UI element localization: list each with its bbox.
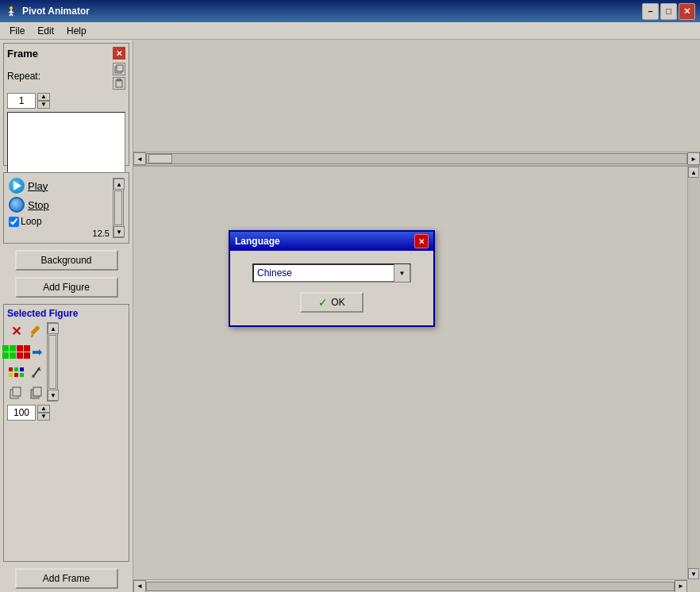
- selected-figure-label: Selected Figure: [7, 308, 125, 319]
- menu-help[interactable]: Help: [60, 24, 93, 38]
- scroll-down-button[interactable]: ▼: [113, 226, 125, 237]
- loop-checkbox[interactable]: [9, 217, 19, 227]
- selected-figure-section: Selected Figure ✕: [3, 304, 129, 562]
- arrow-icon: ➡: [32, 344, 42, 359]
- size-decrement-button[interactable]: ▼: [37, 413, 50, 421]
- top-scroll-thumb[interactable]: [148, 154, 172, 163]
- stop-button[interactable]: [9, 197, 25, 213]
- color-dot-green: [2, 345, 9, 352]
- frame-label: Frame: [7, 48, 38, 60]
- tool-row-3: [7, 363, 45, 381]
- figure-tools-scrollbar: ▲ ▼: [47, 322, 58, 402]
- dialog-title: Language: [235, 236, 280, 247]
- close-button[interactable]: ✕: [679, 3, 695, 20]
- flip-icon: [29, 386, 44, 400]
- controls-inner: Play Stop Loop 12.5 ▲ ▼: [9, 178, 124, 238]
- flip-figure-button[interactable]: [28, 384, 45, 402]
- right-area: ◄ ► ▲ ▼ ◄ ►: [133, 40, 700, 592]
- add-figure-button[interactable]: Add Figure: [15, 277, 118, 298]
- dialog-titlebar: Language ✕: [230, 232, 433, 251]
- tools-left: ✕: [7, 322, 45, 402]
- pencil-icon: [29, 324, 44, 338]
- color-dot-green3: [2, 352, 9, 359]
- play-row: Play: [9, 178, 110, 194]
- dialog-body: Chinese ▼ ✓ OK: [230, 251, 433, 325]
- delete-icon: ✕: [11, 324, 21, 339]
- background-button[interactable]: Background: [15, 250, 118, 271]
- svg-point-14: [32, 375, 35, 378]
- repeat-increment-button[interactable]: ▲: [37, 93, 50, 101]
- fig-scroll-up-button[interactable]: ▲: [48, 323, 59, 334]
- menu-file[interactable]: File: [3, 24, 31, 38]
- scroll-thumb[interactable]: [114, 190, 122, 225]
- frame-strip: [133, 40, 700, 152]
- window-controls: – □ ✕: [642, 3, 695, 20]
- stop-label[interactable]: Stop: [28, 199, 49, 211]
- figure-color-button[interactable]: [7, 343, 25, 360]
- add-frame-button[interactable]: Add Frame: [15, 568, 118, 589]
- dialog-close-button[interactable]: ✕: [414, 234, 429, 248]
- window-title: Pivot Animator: [22, 6, 642, 17]
- copy-icon: [9, 386, 23, 400]
- loop-label: Loop: [21, 216, 42, 227]
- svg-point-0: [10, 6, 13, 10]
- color-dot-red: [17, 345, 23, 352]
- controls-scrollbar: ▲ ▼: [113, 178, 124, 238]
- size-increment-button[interactable]: ▲: [37, 405, 50, 413]
- color-dot-green2: [10, 345, 16, 352]
- left-scroll-button[interactable]: ◄: [133, 152, 146, 165]
- dialog-ok-button[interactable]: ✓ OK: [300, 292, 363, 313]
- language-dialog: Language ✕ Chinese ▼ ✓ OK: [229, 230, 435, 327]
- menu-edit[interactable]: Edit: [31, 24, 60, 38]
- stop-row: Stop: [9, 197, 110, 213]
- fps-display: 12.5: [9, 229, 110, 238]
- repeat-label: Repeat:: [7, 71, 40, 82]
- frame-strip-area: ◄ ►: [133, 40, 700, 167]
- tool-row-2: ➡: [7, 343, 45, 360]
- dialog-overlay: Language ✕ Chinese ▼ ✓ OK: [133, 167, 700, 592]
- right-scroll-button[interactable]: ►: [687, 152, 700, 165]
- delete-figure-button[interactable]: ✕: [7, 322, 25, 340]
- repeat-decrement-button[interactable]: ▼: [37, 101, 50, 109]
- minimize-button[interactable]: –: [642, 3, 659, 20]
- language-selected-value: Chinese: [254, 267, 394, 279]
- svg-rect-10: [31, 325, 40, 335]
- left-panel: Frame ✕ Repeat:: [0, 40, 133, 592]
- scatter-button[interactable]: [7, 363, 25, 381]
- frame-delete-button[interactable]: ✕: [113, 47, 125, 60]
- play-label[interactable]: Play: [28, 180, 48, 192]
- tool-row-1: ✕: [7, 322, 45, 340]
- repeat-spinner: ▲ ▼: [7, 93, 125, 109]
- fig-scroll-down-button[interactable]: ▼: [48, 390, 59, 401]
- play-icon: [13, 181, 21, 190]
- app-icon: [5, 5, 17, 17]
- size-value-input[interactable]: [7, 405, 36, 421]
- language-dropdown-button[interactable]: ▼: [394, 264, 410, 282]
- maximize-button[interactable]: □: [660, 3, 677, 20]
- svg-rect-7: [117, 65, 123, 71]
- play-button[interactable]: [9, 178, 25, 194]
- paste-frame-button[interactable]: [113, 77, 125, 90]
- size-spinner-buttons: ▲ ▼: [37, 405, 50, 421]
- scroll-up-button[interactable]: ▲: [113, 179, 125, 190]
- ok-label: OK: [331, 297, 344, 308]
- color-dot-red3: [17, 352, 23, 359]
- fig-scroll-thumb[interactable]: [48, 335, 56, 389]
- loop-row: Loop: [9, 216, 110, 227]
- figure-tools: ✕: [7, 322, 125, 402]
- frame-header: Frame ✕: [7, 47, 125, 60]
- ok-check-icon: ✓: [318, 296, 328, 309]
- copy-figure-button[interactable]: [7, 384, 25, 402]
- dropper-button[interactable]: [28, 363, 45, 381]
- repeat-value-input[interactable]: [7, 93, 36, 109]
- title-bar: Pivot Animator – □ ✕: [0, 0, 700, 22]
- copy-frame-button[interactable]: [113, 63, 125, 75]
- dropper-icon: [30, 366, 43, 379]
- scatter-icon: [9, 367, 24, 377]
- color-grid: [2, 345, 30, 359]
- move-figure-button[interactable]: ➡: [28, 343, 45, 360]
- edit-figure-button[interactable]: [28, 322, 45, 340]
- top-scroll-track[interactable]: [146, 153, 687, 164]
- color-dot-green4: [10, 352, 16, 359]
- svg-rect-9: [117, 79, 121, 81]
